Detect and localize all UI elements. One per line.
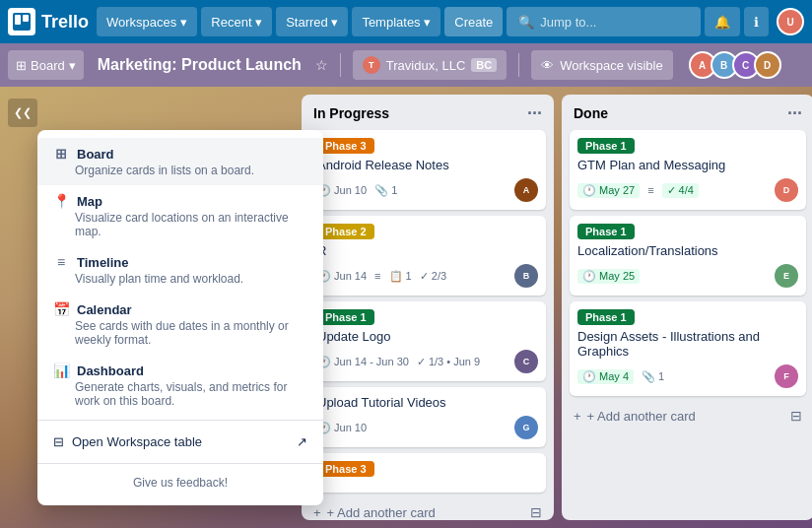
svg-rect-1 (15, 15, 21, 25)
menu-board-desc: Organize cards in lists on a board. (53, 164, 307, 177)
card-date-badge: 🕐 May 25 (577, 269, 640, 284)
board-view-button[interactable]: ⊞ Board ▾ (8, 50, 84, 80)
user-avatar[interactable]: U (777, 8, 804, 35)
column-menu-button[interactable]: ··· (527, 104, 542, 122)
card-phase-partial[interactable]: Phase 3 (309, 453, 546, 493)
map-menu-icon: 📍 (53, 193, 69, 209)
search-placeholder: Jump to... (540, 15, 596, 30)
card-meta: 🕐 Jun 14 ≡ 📋 1 ✓ 2/3 (317, 270, 446, 283)
in-progress-column: In Progress ··· Phase 3 Android Release … (302, 95, 554, 520)
add-card-icon: + (313, 505, 321, 520)
menu-calendar-desc: See cards with due dates in a monthly or… (53, 319, 307, 347)
notification-button[interactable]: 🔔 (705, 7, 740, 36)
card-meta: 🕐 Jun 10 📎 1 (317, 184, 397, 197)
member-avatar-4[interactable]: D (754, 51, 781, 79)
workspace-visible-label: Workspace visible (560, 58, 663, 73)
workspaces-button[interactable]: Workspaces ▾ (97, 7, 197, 36)
add-card-button-done[interactable]: + + Add another card ⊟ (570, 402, 806, 429)
feedback-button[interactable]: Give us feedback! (37, 468, 323, 497)
menu-item-map[interactable]: 📍 Map Visualize card locations on an int… (37, 185, 323, 246)
star-button[interactable]: ☆ (315, 57, 328, 73)
open-table-label: Open Workspace table (72, 434, 202, 449)
view-dropdown-menu: ⊞ Board Organize cards in lists on a boa… (37, 130, 323, 505)
menu-divider-2 (37, 463, 323, 464)
create-button[interactable]: Create (444, 7, 503, 36)
templates-button[interactable]: Templates ▾ (352, 7, 440, 36)
card-title: Update Logo (317, 329, 538, 344)
phase-badge: Phase 3 (317, 138, 374, 154)
trello-logo-icon (8, 8, 35, 35)
card-date: 🕐 Jun 14 (317, 270, 367, 283)
card-template-icon: ⊟ (530, 504, 542, 520)
card-avatar: G (514, 416, 538, 439)
phase-badge: Phase 1 (577, 138, 635, 154)
menu-timeline-desc: Visually plan time and workload. (53, 272, 307, 286)
card-meta: 🕐 Jun 10 (317, 422, 367, 434)
board-view-chevron: ▾ (69, 58, 76, 73)
top-navigation: Trello Workspaces ▾ Recent ▾ Starred ▾ T… (0, 0, 812, 43)
card-title: Localization/Translations (577, 243, 798, 258)
card-localization[interactable]: Phase 1 Localization/Translations 🕐 May … (570, 216, 806, 296)
card-avatar: C (514, 350, 538, 373)
card-meta: 🕐 May 25 (577, 269, 640, 284)
column-menu-done-button[interactable]: ··· (787, 104, 802, 122)
menu-dashboard-label: Dashboard (77, 363, 144, 378)
card-attachment: 📎 1 (374, 184, 397, 197)
add-card-button-in-progress[interactable]: + + Add another card ⊟ (309, 498, 546, 520)
workspace-visible-button[interactable]: 👁 Workspace visible (531, 50, 673, 80)
app-name: Trello (41, 12, 89, 33)
starred-button[interactable]: Starred ▾ (276, 7, 348, 36)
card-android-release[interactable]: Phase 3 Android Release Notes 🕐 Jun 10 📎… (309, 130, 546, 210)
card-list-icon: ≡ (647, 184, 653, 196)
card-avatar: A (514, 178, 538, 202)
card-avatar: B (514, 264, 538, 288)
timeline-menu-icon: ≡ (53, 254, 69, 270)
menu-item-calendar[interactable]: 📅 Calendar See cards with due dates in a… (37, 294, 323, 355)
search-bar[interactable]: 🔍 Jump to... (507, 7, 701, 36)
card-upload-tutorial[interactable]: Upload Tutorial Videos 🕐 Jun 10 G (309, 387, 546, 447)
card-title: Upload Tutorial Videos (317, 395, 538, 410)
card-r[interactable]: Phase 2 R 🕐 Jun 14 ≡ 📋 1 ✓ 2/3 B (309, 216, 546, 296)
dashboard-menu-icon: 📊 (53, 363, 69, 378)
phase-badge: Phase 3 (317, 461, 374, 477)
board-menu-icon: ⊞ (53, 146, 69, 162)
card-title: Design Assets - Illustrations and Graphi… (577, 329, 798, 359)
menu-item-timeline[interactable]: ≡ Timeline Visually plan time and worklo… (37, 246, 323, 294)
card-date: 🕐 Jun 10 (317, 422, 367, 434)
workspace-badge: BC (471, 58, 497, 72)
menu-calendar-label: Calendar (77, 302, 132, 317)
card-list: ≡ (374, 270, 380, 282)
table-menu-icon: ⊟ (53, 434, 64, 449)
done-column: Done ··· Phase 1 GTM Plan and Messaging … (562, 95, 812, 520)
workspaces-label: Workspaces (106, 15, 176, 30)
phase-badge: Phase 1 (577, 224, 635, 239)
card-update-logo[interactable]: Phase 1 Update Logo 🕐 Jun 14 - Jun 30 ✓ … (309, 301, 546, 381)
info-button[interactable]: ℹ (744, 7, 769, 36)
sidebar-toggle-button[interactable]: ❮❮ (8, 99, 37, 127)
recent-button[interactable]: Recent ▾ (201, 7, 272, 36)
card-avatar: D (775, 178, 798, 202)
nav-right-area: 🔔 ℹ U (705, 7, 804, 36)
card-meta: 🕐 May 27 ≡ ✓ 4/4 (577, 183, 699, 198)
column-title-done: Done (574, 105, 608, 121)
card-progress: ✓ 2/3 (420, 270, 446, 283)
card-avatar: F (775, 364, 798, 388)
card-title: GTM Plan and Messaging (577, 158, 798, 172)
card-template-icon-done: ⊟ (790, 408, 802, 424)
menu-item-board[interactable]: ⊞ Board Organize cards in lists on a boa… (37, 138, 323, 185)
member-avatars: A B C D (689, 51, 781, 79)
workspace-icon: T (363, 56, 380, 74)
svg-rect-2 (23, 15, 29, 22)
menu-item-dashboard[interactable]: 📊 Dashboard Generate charts, visuals, an… (37, 355, 323, 416)
search-icon: 🔍 (518, 15, 534, 30)
calendar-menu-icon: 📅 (53, 301, 69, 317)
external-link-icon: ↗ (297, 434, 307, 449)
add-card-label: + Add another card (327, 505, 436, 520)
open-workspace-table-button[interactable]: ⊟ Open Workspace table ↗ (37, 425, 323, 459)
card-meta: 🕐 May 4 📎 1 (577, 369, 664, 384)
column-header-done: Done ··· (570, 102, 806, 124)
card-meta: 🕐 Jun 14 - Jun 30 ✓ 1/3 • Jun 9 (317, 356, 480, 368)
card-gtm-plan[interactable]: Phase 1 GTM Plan and Messaging 🕐 May 27 … (570, 130, 806, 210)
card-design-assets[interactable]: Phase 1 Design Assets - Illustrations an… (570, 301, 806, 396)
workspace-chip[interactable]: T Travidux, LLC BC (353, 50, 507, 80)
